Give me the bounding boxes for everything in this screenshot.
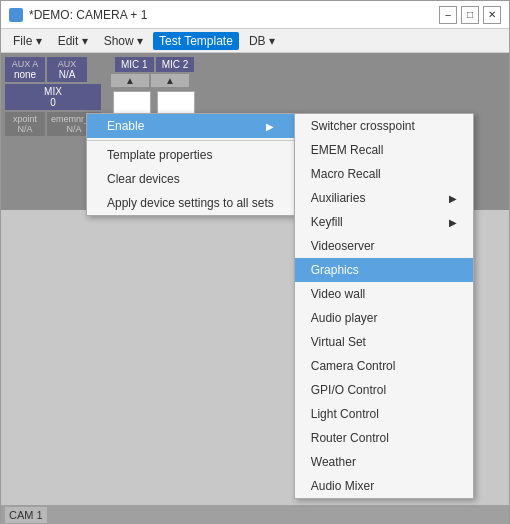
submenu-video-wall[interactable]: Video wall [295, 282, 473, 306]
submenu-camera-control-label: Camera Control [311, 359, 396, 373]
submenu-router-control[interactable]: Router Control [295, 426, 473, 450]
submenu-virtual-set-label: Virtual Set [311, 335, 366, 349]
mic2-up-arrow[interactable]: ▲ [151, 74, 189, 87]
ctx-apply-settings-label: Apply device settings to all sets [107, 196, 274, 210]
mix-label: MIX [9, 86, 97, 97]
title-bar-left: *DEMO: CAMERA + 1 [9, 8, 147, 22]
submenu-keyfill-label: Keyfill [311, 215, 343, 229]
aux-value: N/A [51, 69, 83, 80]
ctx-clear-devices[interactable]: Clear devices [87, 167, 294, 191]
mic-section: MIC 1 MIC 2 [115, 57, 197, 72]
submenu-emem-recall[interactable]: EMEM Recall [295, 138, 473, 162]
cam-label: CAM 1 [5, 507, 47, 523]
menu-show[interactable]: Show ▾ [98, 32, 149, 50]
menu-edit[interactable]: Edit ▾ [52, 32, 94, 50]
mic1-up-arrow[interactable]: ▲ [111, 74, 149, 87]
window-title: *DEMO: CAMERA + 1 [29, 8, 147, 22]
submenu-auxiliaries-label: Auxiliaries [311, 191, 366, 205]
context-menu: Enable ▶ Switcher crosspoint EMEM Recall… [86, 113, 295, 216]
app-icon [9, 8, 23, 22]
submenu-macro-recall-label: Macro Recall [311, 167, 381, 181]
xpoint-value: N/A [9, 124, 41, 134]
submenu-gpi-control-label: GPI/O Control [311, 383, 386, 397]
aux-label: AUX [51, 59, 83, 69]
ctx-separator-1 [87, 140, 294, 141]
mix-value: 0 [9, 97, 97, 108]
aux-a-panel: AUX A none [5, 57, 45, 82]
submenu-auxiliaries-arrow: ▶ [449, 193, 457, 204]
submenu-switcher-crosspoint[interactable]: Switcher crosspoint [295, 114, 473, 138]
ctx-template-props-label: Template properties [107, 148, 212, 162]
ctx-clear-devices-label: Clear devices [107, 172, 180, 186]
submenu-videoserver[interactable]: Videoserver [295, 234, 473, 258]
aux-section: AUX A none AUX N/A [5, 57, 101, 82]
mic2-panel: MIC 2 [156, 57, 195, 72]
mic1-panel: MIC 1 [115, 57, 154, 72]
title-bar: *DEMO: CAMERA + 1 – □ ✕ [1, 1, 509, 29]
submenu-camera-control[interactable]: Camera Control [295, 354, 473, 378]
aux-panel: AUX N/A [47, 57, 87, 82]
submenu-gpi-control[interactable]: GPI/O Control [295, 378, 473, 402]
ctx-enable-label: Enable [107, 119, 144, 133]
submenu-router-control-label: Router Control [311, 431, 389, 445]
menu-bar: File ▾ Edit ▾ Show ▾ Test Template DB ▾ [1, 29, 509, 53]
submenu-audio-mixer[interactable]: Audio Mixer [295, 474, 473, 498]
mic1-label: MIC 1 [121, 59, 148, 70]
minimize-button[interactable]: – [439, 6, 457, 24]
submenu-weather-label: Weather [311, 455, 356, 469]
submenu-light-control-label: Light Control [311, 407, 379, 421]
main-content: AUX A none AUX N/A MIX 0 xpoint N/A [1, 53, 509, 524]
submenu-audio-mixer-label: Audio Mixer [311, 479, 374, 493]
submenu-light-control[interactable]: Light Control [295, 402, 473, 426]
submenu: Switcher crosspoint EMEM Recall Macro Re… [294, 113, 474, 499]
menu-db[interactable]: DB ▾ [243, 32, 281, 50]
ctx-enable[interactable]: Enable ▶ Switcher crosspoint EMEM Recall… [87, 114, 294, 138]
xpoint-label: xpoint [9, 114, 41, 124]
aux-a-label: AUX A [9, 59, 41, 69]
submenu-keyfill-arrow: ▶ [449, 217, 457, 228]
submenu-switcher-crosspoint-label: Switcher crosspoint [311, 119, 415, 133]
submenu-videoserver-label: Videoserver [311, 239, 375, 253]
ctx-enable-arrow: ▶ [266, 121, 274, 132]
mic2-label: MIC 2 [162, 59, 189, 70]
submenu-virtual-set[interactable]: Virtual Set [295, 330, 473, 354]
close-button[interactable]: ✕ [483, 6, 501, 24]
submenu-audio-player[interactable]: Audio player [295, 306, 473, 330]
submenu-keyfill[interactable]: Keyfill ▶ [295, 210, 473, 234]
menu-test-template[interactable]: Test Template [153, 32, 239, 50]
xpoint-box: xpoint N/A [5, 112, 45, 136]
ctx-template-props[interactable]: Template properties [87, 143, 294, 167]
submenu-video-wall-label: Video wall [311, 287, 365, 301]
ctx-apply-settings[interactable]: Apply device settings to all sets [87, 191, 294, 215]
submenu-macro-recall[interactable]: Macro Recall [295, 162, 473, 186]
bottom-panel: CAM 1 [1, 505, 509, 524]
submenu-auxiliaries[interactable]: Auxiliaries ▶ [295, 186, 473, 210]
mix-panel: MIX 0 [5, 84, 101, 110]
submenu-weather[interactable]: Weather [295, 450, 473, 474]
maximize-button[interactable]: □ [461, 6, 479, 24]
submenu-graphics-label: Graphics [311, 263, 359, 277]
title-bar-controls: – □ ✕ [439, 6, 501, 24]
menu-file[interactable]: File ▾ [7, 32, 48, 50]
submenu-graphics[interactable]: Graphics [295, 258, 473, 282]
aux-a-value: none [9, 69, 41, 80]
submenu-emem-recall-label: EMEM Recall [311, 143, 384, 157]
main-window: *DEMO: CAMERA + 1 – □ ✕ File ▾ Edit ▾ Sh… [0, 0, 510, 524]
submenu-audio-player-label: Audio player [311, 311, 378, 325]
